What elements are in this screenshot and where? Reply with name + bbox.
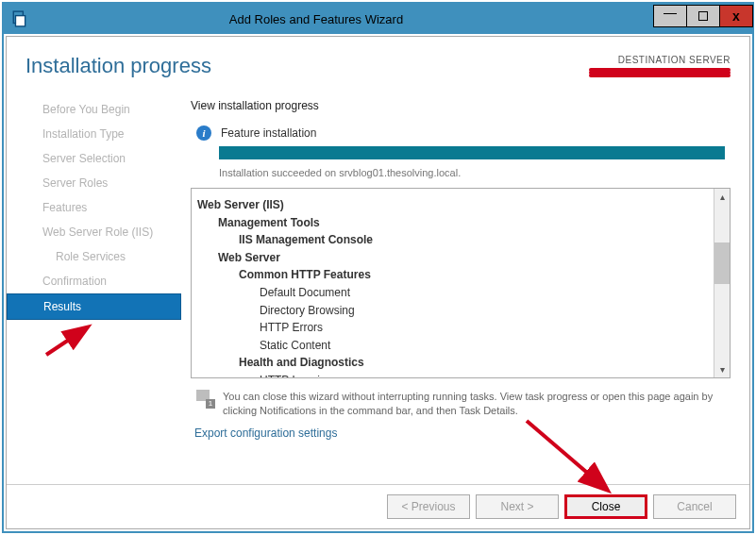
scrollbar[interactable]: ▴ ▾ [714, 189, 730, 377]
sidebar-item-role-services: Role Services [7, 244, 181, 269]
sidebar-item-server-selection: Server Selection [7, 146, 181, 171]
destination-block: DESTINATION SERVER [589, 55, 731, 78]
tree-item: Default Document [197, 284, 708, 302]
minimize-button[interactable]: — [653, 5, 687, 27]
scroll-down-icon[interactable]: ▾ [714, 361, 730, 377]
content-row: Before You Begin Installation Type Serve… [7, 86, 749, 484]
header-row: Installation progress DESTINATION SERVER [7, 37, 749, 86]
sidebar-item-confirmation: Confirmation [7, 269, 181, 293]
maximize-button[interactable] [686, 5, 720, 27]
sidebar-item-web-server-role: Web Server Role (IIS) [7, 220, 181, 244]
scroll-thumb[interactable] [714, 242, 730, 284]
wizard-sidebar: Before You Begin Installation Type Serve… [7, 86, 181, 484]
sidebar-item-features: Features [7, 195, 181, 220]
install-status: Installation succeeded on srvblog01.thes… [219, 167, 731, 178]
destination-server-redacted [589, 65, 731, 78]
tree-item: Web Server [197, 249, 708, 267]
sidebar-item-installation-type: Installation Type [7, 122, 181, 146]
tree-item: Health and Diagnostics [197, 354, 708, 372]
tree-item: Web Server (IIS) [197, 196, 708, 214]
tree-item: Common HTTP Features [197, 266, 708, 284]
main-panel: View installation progress i Feature ins… [181, 86, 749, 484]
tree-item: Static Content [197, 337, 708, 355]
feature-label: Feature installation [221, 126, 316, 140]
sidebar-item-server-roles: Server Roles [7, 171, 181, 195]
progress-bar [219, 146, 725, 159]
wizard-window: Add Roles and Features Wizard — x Instal… [2, 2, 754, 533]
close-button[interactable]: Close [564, 494, 647, 519]
tree-item: HTTP Errors [197, 319, 708, 337]
export-link[interactable]: Export configuration settings [194, 426, 731, 440]
window-title: Add Roles and Features Wizard [0, 12, 653, 26]
results-tree: Web Server (IIS)Management ToolsIIS Mana… [191, 188, 731, 378]
page-heading: Installation progress [25, 54, 211, 78]
tree-item: IIS Management Console [197, 231, 708, 249]
cancel-button: Cancel [653, 494, 736, 519]
previous-button: < Previous [387, 494, 470, 519]
close-window-button[interactable]: x [719, 5, 753, 27]
feature-status-row: i Feature installation [191, 125, 731, 141]
window-controls: — x [653, 10, 752, 27]
wizard-body: Installation progress DESTINATION SERVER… [6, 36, 750, 529]
sidebar-item-before-you-begin: Before You Begin [7, 97, 181, 122]
note-row: 1 You can close this wizard without inte… [191, 386, 731, 425]
wizard-footer: < Previous Next > Close Cancel [7, 484, 749, 528]
next-button: Next > [476, 494, 559, 519]
tree-content: Web Server (IIS)Management ToolsIIS Mana… [192, 189, 714, 377]
tree-item: HTTP Logging [197, 372, 708, 377]
flag-icon: 1 [196, 390, 213, 407]
titlebar: Add Roles and Features Wizard — x [4, 4, 752, 34]
tree-item: Management Tools [197, 214, 708, 232]
scroll-up-icon[interactable]: ▴ [714, 189, 730, 205]
note-text: You can close this wizard without interr… [223, 390, 731, 419]
destination-label: DESTINATION SERVER [589, 55, 731, 65]
tree-item: Directory Browsing [197, 302, 708, 320]
view-title: View installation progress [191, 99, 731, 112]
info-icon: i [196, 125, 211, 141]
sidebar-item-results[interactable]: Results [7, 293, 181, 320]
